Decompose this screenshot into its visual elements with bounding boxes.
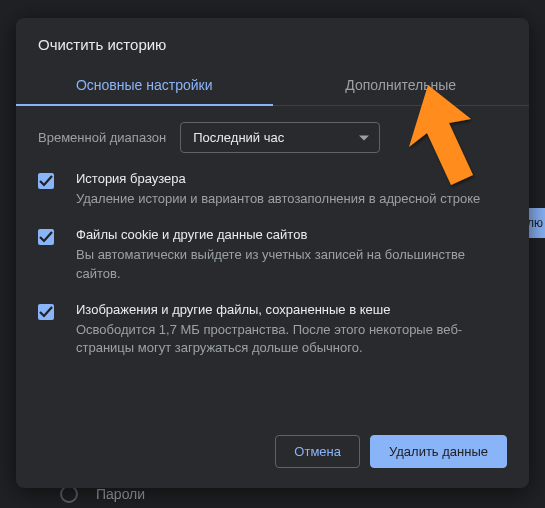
confirm-button[interactable]: Удалить данные	[370, 435, 507, 468]
option-cached-images: Изображения и другие файлы, сохраненные …	[38, 302, 507, 359]
tabs: Основные настройки Дополнительные	[16, 67, 529, 106]
cancel-button[interactable]: Отмена	[275, 435, 360, 468]
option-desc: Удаление истории и вариантов автозаполне…	[76, 190, 507, 209]
option-title: История браузера	[76, 171, 507, 186]
option-browsing-history: История браузера Удаление истории и вари…	[38, 171, 507, 209]
option-title: Изображения и другие файлы, сохраненные …	[76, 302, 507, 317]
settings-row-label: Пароли	[96, 486, 145, 502]
timerange-label: Временной диапазон	[38, 130, 166, 145]
tab-advanced[interactable]: Дополнительные	[273, 67, 530, 105]
option-cookies: Файлы cookie и другие данные сайтов Вы а…	[38, 227, 507, 284]
chevron-down-icon	[359, 135, 369, 140]
dialog-title: Очистить историю	[16, 18, 529, 67]
tab-basic[interactable]: Основные настройки	[16, 67, 273, 105]
checkbox-cookies[interactable]	[38, 229, 54, 245]
timerange-select[interactable]: Последний час	[180, 122, 380, 153]
option-desc: Вы автоматически выйдете из учетных запи…	[76, 246, 507, 284]
timerange-value: Последний час	[193, 130, 284, 145]
clear-history-dialog: Очистить историю Основные настройки Допо…	[16, 18, 529, 488]
checkbox-cached-images[interactable]	[38, 304, 54, 320]
option-desc: Освободится 1,7 МБ пространства. После э…	[76, 321, 507, 359]
option-title: Файлы cookie и другие данные сайтов	[76, 227, 507, 242]
checkbox-browsing-history[interactable]	[38, 173, 54, 189]
